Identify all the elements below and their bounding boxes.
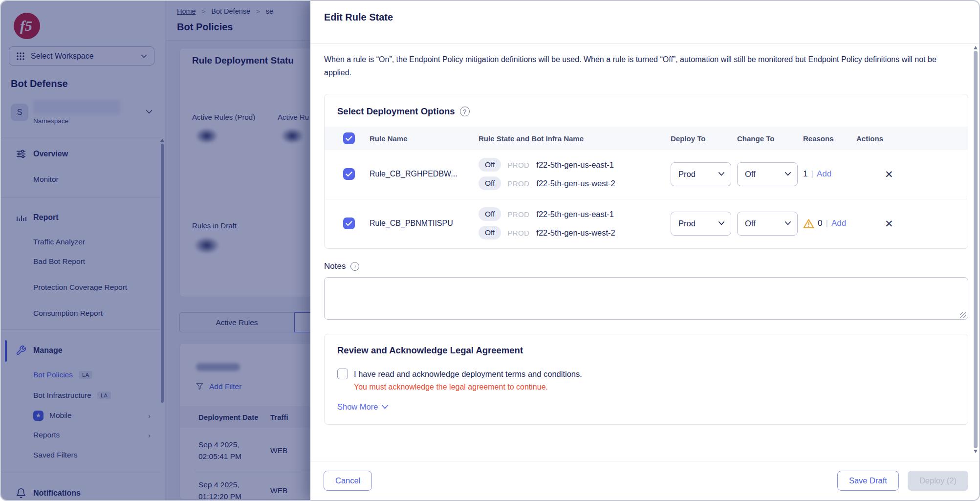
infra-cell: Off PROD f22-5th-gen-us-east-1 Off PROD …	[479, 158, 671, 190]
options-header-row: Rule Name Rule State and Bot Infra Name …	[325, 127, 968, 150]
change-to-select[interactable]: Off	[737, 212, 798, 236]
column-change-to: Change To	[737, 134, 803, 143]
add-reason-link[interactable]: Add	[831, 218, 846, 228]
infra-name: f22-5th-gen-us-east-1	[536, 210, 614, 219]
env-label: PROD	[507, 161, 529, 169]
deploy-button[interactable]: Deploy (2)	[908, 471, 968, 491]
notes-textarea[interactable]	[324, 277, 968, 320]
column-rule-state: Rule State and Bot Infra Name	[479, 134, 671, 143]
column-reasons: Reasons	[803, 134, 856, 143]
help-icon[interactable]: ?	[460, 107, 470, 116]
chevron-down-icon	[719, 221, 724, 225]
row-checkbox[interactable]	[343, 168, 355, 180]
row-checkbox[interactable]	[343, 218, 355, 229]
deployment-options-title: Select Deployment Options	[337, 106, 455, 117]
column-actions: Actions	[856, 134, 968, 143]
rule-state-pill: Off	[479, 226, 501, 240]
modal-footer: Cancel Save Draft Deploy (2)	[310, 461, 979, 500]
edit-rule-state-modal: Edit Rule State When a rule is “On”, the…	[310, 1, 979, 500]
reasons-count: 1	[803, 169, 807, 179]
change-to-value: Off	[745, 170, 756, 179]
env-label: PROD	[507, 210, 529, 218]
chevron-down-icon	[382, 405, 388, 409]
show-more-link[interactable]: Show More	[337, 402, 388, 412]
rule-name: Rule_CB_PBNMTIISPU	[370, 219, 479, 228]
deploy-to-select[interactable]: Prod	[671, 212, 731, 236]
rule-state-pill: Off	[479, 207, 501, 221]
chevron-down-icon	[719, 172, 724, 176]
chevron-down-icon	[785, 172, 791, 176]
select-all-checkbox[interactable]	[343, 132, 355, 144]
reasons-divider: |	[826, 218, 828, 228]
scrollbar-thumb[interactable]	[974, 51, 978, 448]
modal-header: Edit Rule State	[310, 1, 979, 44]
modal-body: When a rule is “On”, the Endpoint Policy…	[310, 44, 979, 461]
remove-row-icon[interactable]: ✕	[856, 218, 968, 229]
rule-state-pill: Off	[479, 176, 501, 190]
legal-checkbox[interactable]	[337, 369, 348, 379]
cancel-button[interactable]: Cancel	[324, 471, 372, 491]
remove-row-icon[interactable]: ✕	[856, 169, 968, 179]
add-reason-link[interactable]: Add	[817, 169, 831, 179]
column-deploy-to: Deploy To	[671, 134, 737, 143]
change-to-select[interactable]: Off	[737, 162, 798, 186]
scroll-down-arrow[interactable]	[974, 450, 978, 453]
env-label: PROD	[507, 229, 529, 237]
infra-name: f22-5th-gen-us-west-2	[536, 228, 615, 238]
legal-title: Review and Acknowledge Legal Agreement	[337, 345, 955, 356]
legal-error-text: You must acknowledge the legal agreement…	[354, 383, 955, 392]
notes-label: Notes	[324, 261, 346, 271]
modal-title: Edit Rule State	[324, 12, 393, 23]
chevron-down-icon	[785, 221, 791, 225]
reasons-cell: 0 | Add	[803, 218, 856, 229]
infra-name: f22-5th-gen-us-west-2	[536, 179, 615, 188]
modal-scrollbar[interactable]	[973, 46, 978, 456]
column-rule-name: Rule Name	[370, 134, 479, 143]
info-icon[interactable]: i	[350, 262, 359, 271]
legal-checkbox-label: I have read and acknowledge deployment t…	[354, 370, 582, 379]
reasons-divider: |	[811, 169, 813, 179]
rule-name: Rule_CB_RGHPEDBW...	[370, 170, 479, 178]
modal-description: When a rule is “On”, the Endpoint Policy…	[324, 53, 957, 79]
env-label: PROD	[507, 179, 529, 188]
scroll-up-arrow[interactable]	[974, 46, 978, 49]
app-window: f5 Select Workspace Bot Defense S Namesp…	[0, 0, 980, 501]
show-more-label: Show More	[337, 402, 378, 412]
infra-cell: Off PROD f22-5th-gen-us-east-1 Off PROD …	[479, 207, 671, 240]
deploy-to-select[interactable]: Prod	[671, 162, 731, 186]
reasons-count: 0	[818, 218, 822, 228]
save-draft-button[interactable]: Save Draft	[837, 471, 899, 491]
rule-state-pill: Off	[479, 158, 501, 172]
deployment-options-card: Select Deployment Options ? Rule Name Ru…	[324, 94, 968, 249]
rule-row: Rule_CB_RGHPEDBW... Off PROD f22-5th-gen…	[325, 150, 968, 199]
legal-agreement-card: Review and Acknowledge Legal Agreement I…	[324, 334, 968, 425]
rule-row: Rule_CB_PBNMTIISPU Off PROD f22-5th-gen-…	[325, 199, 968, 248]
deploy-to-value: Prod	[678, 219, 696, 228]
deploy-to-value: Prod	[678, 170, 696, 179]
warning-icon	[803, 218, 814, 229]
change-to-value: Off	[745, 219, 756, 228]
infra-name: f22-5th-gen-us-east-1	[536, 160, 614, 170]
reasons-cell: 1 | Add	[803, 169, 856, 179]
